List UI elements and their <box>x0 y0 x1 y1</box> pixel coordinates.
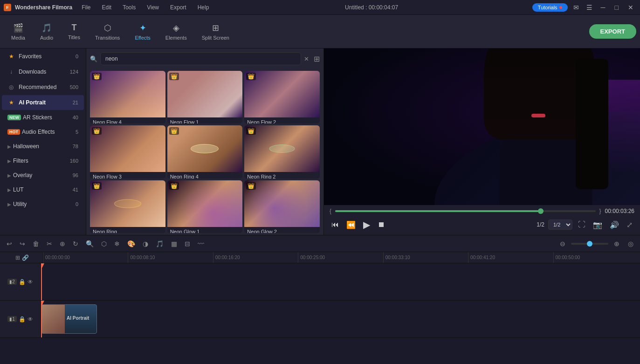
add-track-icon[interactable]: ⊞ <box>15 254 20 261</box>
cut-button[interactable]: ✂ <box>44 238 55 249</box>
rotate-button[interactable]: ↻ <box>70 238 81 249</box>
sidebar-item-recommended[interactable]: ◎ Recommended 500 <box>2 80 84 95</box>
waveform-button[interactable]: 〰 <box>195 238 207 249</box>
export-button[interactable]: EXPORT <box>589 24 636 39</box>
volume-icon[interactable]: 🔊 <box>608 219 621 231</box>
sidebar-item-overlay[interactable]: ▶ Overlay 96 <box>2 168 84 182</box>
sidebar-item-filters[interactable]: ▶ Filters 160 <box>2 154 84 168</box>
sidebar-item-lut[interactable]: ▶ LUT 41 <box>2 183 84 197</box>
zoom-in-button[interactable]: ⊕ <box>611 238 622 249</box>
resolution-select[interactable]: 1/2 1/4 Full <box>548 220 572 230</box>
link-icon[interactable]: 🔗 <box>22 254 29 261</box>
toolbar-transitions[interactable]: ⬡ Transitions <box>88 19 127 44</box>
effect-item-neon-flow-1[interactable]: 👑 Neon Flow 1 <box>167 71 243 124</box>
effect-item-neon-flow-4[interactable]: 👑 Neon Flow 4 <box>90 71 165 124</box>
toolbar-titles[interactable]: T Titles <box>61 19 88 44</box>
maximize-button[interactable]: □ <box>612 3 621 12</box>
sidebar-item-favorites[interactable]: ★ Favorites 0 <box>2 49 84 64</box>
fullscreen-icon[interactable]: ⛶ <box>576 219 587 231</box>
sidebar-item-audio-effects[interactable]: HOT Audio Effects 5 <box>2 125 84 139</box>
main-content: ★ Favorites 0 ↓ Downloads 124 ◎ Recommen… <box>0 48 640 235</box>
filter-track-button[interactable]: ▦ <box>168 238 180 249</box>
effects-panel: 🔍 ✕ ⊞ 👑 Neon Flow 4 <box>86 48 324 235</box>
elements-icon: ◈ <box>173 23 179 33</box>
effect-thumb-3: 👑 <box>244 71 320 117</box>
toolbar-split-screen[interactable]: ⊞ Split Screen <box>194 19 237 44</box>
menu-edit[interactable]: Edit <box>100 3 113 12</box>
zoom-out-button[interactable]: ⊖ <box>557 238 568 249</box>
snapshot-icon[interactable]: 📷 <box>591 219 604 231</box>
tutorials-button[interactable]: Tutorials <box>532 3 568 12</box>
toolbar-elements[interactable]: ◈ Elements <box>158 19 194 44</box>
sidebar-item-halloween[interactable]: ▶ Halloween 78 <box>2 139 84 153</box>
sidebar-count-favorites: 0 <box>76 54 78 59</box>
menu-tools[interactable]: Tools <box>121 3 138 12</box>
effect-item-neon-ring-2[interactable]: 👑 Neon Ring 2 <box>244 125 320 178</box>
zoom-button[interactable]: 🔍 <box>83 238 96 249</box>
effect-thumb-4: 👑 <box>90 125 165 172</box>
stop-button[interactable]: ⏹ <box>376 219 387 231</box>
lock-icon-1[interactable]: 🔒 <box>19 316 26 323</box>
effect-thumb-6: 👑 <box>244 125 320 172</box>
toolbar-effects[interactable]: ✦ Effects <box>127 19 158 44</box>
effect-item-neon-flow-2[interactable]: 👑 Neon Flow 2 <box>244 71 320 124</box>
effect-name-9: Neon Glow 2 <box>244 227 320 233</box>
undo-button[interactable]: ↩ <box>4 238 15 249</box>
search-input[interactable] <box>100 52 301 65</box>
eye-icon-2[interactable]: 👁 <box>28 279 33 285</box>
eye-icon-1[interactable]: 👁 <box>28 316 33 323</box>
split-screen-label: Split Screen <box>202 35 229 41</box>
timeline-area: ⊞ 🔗 00:00:00:00 00:00:08:10 00:00:16:20 … <box>0 252 640 364</box>
ruler-mark-5: 00:00:41:20 <box>468 252 553 263</box>
step-back-button[interactable]: ⏮ <box>330 219 341 231</box>
effect-item-neon-glow-2[interactable]: 👑 Neon Glow 2 <box>244 180 320 233</box>
sidebar-item-ar-stickers[interactable]: NEW AR Stickers 40 <box>2 110 84 124</box>
track-labels-1: ▮1 🔒 👁 <box>0 301 41 337</box>
toolbar-audio[interactable]: 🎵 Audio <box>33 19 61 44</box>
chevron-icon-overlay: ▶ <box>7 173 11 178</box>
redo-button[interactable]: ↪ <box>17 238 28 249</box>
video-clip[interactable]: AI Portrait <box>41 304 97 334</box>
zoom-slider[interactable] <box>571 243 608 245</box>
mask-button[interactable]: ◑ <box>140 238 151 249</box>
delete-button[interactable]: 🗑 <box>30 238 42 249</box>
effect-item-neon-ring[interactable]: 👑 Neon Ring <box>90 180 165 233</box>
sidebar-item-ai-portrait[interactable]: ★ AI Portrait 21 <box>2 95 84 110</box>
minimize-button[interactable]: ─ <box>598 3 608 12</box>
sidebar-count-overlay: 96 <box>73 172 78 178</box>
close-button[interactable]: ✕ <box>625 3 636 12</box>
menu-view[interactable]: View <box>145 3 161 12</box>
freeze-button[interactable]: ❄ <box>111 238 123 249</box>
mail-icon[interactable]: ✉ <box>571 3 581 12</box>
effect-item-neon-flow-3[interactable]: 👑 Neon Flow 3 <box>90 125 165 178</box>
timeline-tracks: ⊞ 🔗 00:00:00:00 00:00:08:10 00:00:16:20 … <box>0 252 640 364</box>
effect-thumb-5: 👑 <box>167 125 243 172</box>
play-button[interactable]: ▶ <box>361 217 372 232</box>
zoom-controls: ⊖ ⊕ ◎ <box>557 238 636 249</box>
sidebar-item-downloads[interactable]: ↓ Downloads 124 <box>2 64 84 79</box>
grid-view-icon[interactable]: ⊞ <box>314 55 320 63</box>
menu-export[interactable]: Export <box>168 3 188 12</box>
effect-item-neon-ring-4[interactable]: 👑 Neon Ring 4 <box>167 125 243 178</box>
menu-help[interactable]: Help <box>196 3 211 12</box>
expand-icon[interactable]: ⤢ <box>625 219 634 231</box>
split-button[interactable]: ⊟ <box>182 238 193 249</box>
audio-icon: 🎵 <box>41 23 52 33</box>
toolbar-media[interactable]: 🎬 Media <box>4 19 33 44</box>
clip-label: AI Portrait <box>67 316 95 321</box>
lock-icon-2[interactable]: 🔒 <box>19 279 26 285</box>
search-clear-button[interactable]: ✕ <box>304 55 309 62</box>
menu-file[interactable]: File <box>80 3 92 12</box>
effect-item-neon-glow-1[interactable]: 👑 Neon Glow 1 <box>167 180 243 233</box>
rewind-button[interactable]: ⏪ <box>344 219 358 231</box>
menu-icon[interactable]: ☰ <box>585 3 594 12</box>
audio-track-button[interactable]: 🎵 <box>153 238 166 249</box>
progress-bar[interactable] <box>335 210 596 212</box>
crop-button[interactable]: ⊕ <box>57 238 68 249</box>
color-button[interactable]: 🎨 <box>124 238 138 249</box>
fit-button[interactable]: ◎ <box>625 238 636 249</box>
crown-icon-7: 👑 <box>92 182 102 190</box>
speed-button[interactable]: ⬡ <box>98 238 110 249</box>
title-center: Untitled : 00:00:04:07 <box>214 4 528 11</box>
sidebar-item-utility[interactable]: ▶ Utility 0 <box>2 197 84 211</box>
